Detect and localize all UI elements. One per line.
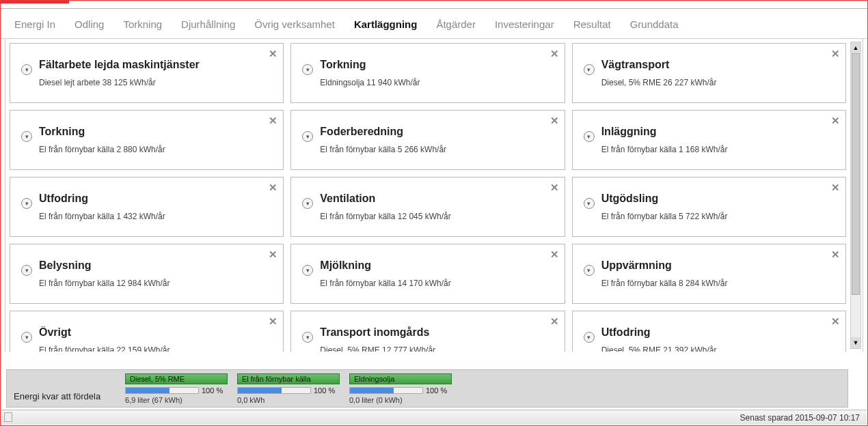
close-icon[interactable]: ✕ bbox=[269, 48, 277, 60]
card-title: Utgödsling bbox=[601, 193, 833, 205]
tab-energi-in[interactable]: Energi In bbox=[14, 18, 55, 30]
card-item: ✕▾TorkningEl från förnybar källa 2 880 k… bbox=[10, 110, 284, 170]
tab-bar: Energi InOdlingTorkningDjurhållningÖvrig… bbox=[1, 9, 867, 39]
status-bar: Senast sparad 2015-09-07 10:17 bbox=[1, 410, 867, 425]
close-icon[interactable]: ✕ bbox=[269, 248, 277, 261]
expand-icon[interactable]: ▾ bbox=[21, 332, 32, 343]
card-subtitle: El från förnybar källa 22 159 kWh/år bbox=[39, 345, 271, 352]
tab-torkning[interactable]: Torkning bbox=[123, 18, 162, 30]
card-subtitle: El från förnybar källa 12 984 kWh/år bbox=[39, 279, 271, 288]
energy-footer: Energi kvar att fördela Diesel, 5% RME10… bbox=[6, 369, 848, 408]
expand-icon[interactable]: ▾ bbox=[302, 198, 313, 209]
card-item: ✕▾VägtransportDiesel, 5% RME 26 227 kWh/… bbox=[572, 43, 846, 103]
card-subtitle: El från förnybar källa 5 266 kWh/år bbox=[320, 145, 552, 154]
energy-header: Diesel, 5% RME bbox=[125, 373, 228, 384]
tab-odling[interactable]: Odling bbox=[74, 18, 104, 30]
card-item: ✕▾ÖvrigtEl från förnybar källa 22 159 kW… bbox=[10, 311, 284, 352]
card-item: ✕▾BelysningEl från förnybar källa 12 984… bbox=[10, 244, 284, 304]
card-title: Fältarbete lejda maskintjänster bbox=[39, 59, 271, 71]
card-title: Transport inomgårds bbox=[320, 326, 552, 339]
last-saved-label: Senast sparad 2015-09-07 10:17 bbox=[740, 413, 860, 423]
card-grid: ✕▾Fältarbete lejda maskintjänsterDiesel … bbox=[10, 43, 846, 352]
scroll-track[interactable] bbox=[851, 53, 860, 337]
expand-icon[interactable]: ▾ bbox=[302, 64, 313, 75]
close-icon[interactable]: ✕ bbox=[831, 248, 840, 261]
window-top-strip bbox=[1, 1, 867, 9]
card-title: Utfodring bbox=[601, 326, 833, 339]
expand-icon[interactable]: ▾ bbox=[21, 64, 32, 75]
card-subtitle: Diesel lejt arbete 38 125 kWh/år bbox=[39, 78, 271, 87]
expand-icon[interactable]: ▾ bbox=[584, 265, 595, 276]
close-icon[interactable]: ✕ bbox=[269, 315, 277, 328]
energy-box: Eldningsolja100 %0,0 liter (0 kWh) bbox=[349, 373, 452, 404]
card-item: ✕▾MjölkningEl från förnybar källa 14 170… bbox=[290, 244, 565, 304]
energy-box: El från förnybar källa100 %0,0 kWh bbox=[237, 373, 340, 404]
expand-icon[interactable]: ▾ bbox=[21, 131, 32, 142]
energy-bar bbox=[349, 387, 423, 394]
card-item: ✕▾Fältarbete lejda maskintjänsterDiesel … bbox=[10, 43, 284, 103]
card-subtitle: Eldningsolja 11 940 kWh/år bbox=[320, 78, 552, 87]
card-item: ✕▾UtgödslingEl från förnybar källa 5 722… bbox=[572, 177, 846, 237]
card-item: ✕▾UppvärmningEl från förnybar källa 8 28… bbox=[572, 244, 846, 304]
close-icon[interactable]: ✕ bbox=[269, 115, 277, 127]
close-icon[interactable]: ✕ bbox=[550, 115, 559, 127]
card-subtitle: El från förnybar källa 5 722 kWh/år bbox=[601, 212, 833, 221]
expand-icon[interactable]: ▾ bbox=[584, 64, 595, 75]
energy-percent: 100 % bbox=[426, 386, 452, 395]
energy-value: 6,9 liter (67 kWh) bbox=[125, 396, 228, 404]
energy-bar bbox=[237, 387, 311, 394]
expand-icon[interactable]: ▾ bbox=[21, 265, 32, 276]
expand-icon[interactable]: ▾ bbox=[302, 332, 313, 343]
card-subtitle: Diesel, 5% RME 26 227 kWh/år bbox=[601, 78, 833, 87]
card-subtitle: El från förnybar källa 14 170 kWh/år bbox=[320, 279, 552, 288]
card-item: ✕▾UtfodringEl från förnybar källa 1 432 … bbox=[10, 177, 284, 237]
tab-åtgärder[interactable]: Åtgärder bbox=[436, 18, 476, 30]
close-icon[interactable]: ✕ bbox=[550, 315, 559, 328]
expand-icon[interactable]: ▾ bbox=[584, 131, 595, 142]
close-icon[interactable]: ✕ bbox=[831, 115, 840, 127]
tab-grunddata[interactable]: Grunddata bbox=[630, 18, 679, 30]
expand-icon[interactable]: ▾ bbox=[584, 332, 595, 343]
statusbar-grip-icon bbox=[4, 412, 12, 422]
vertical-scrollbar[interactable]: ▲ ▼ bbox=[850, 42, 861, 349]
energy-value: 0,0 kWh bbox=[237, 396, 340, 404]
tab-investeringar[interactable]: Investeringar bbox=[495, 18, 554, 30]
card-subtitle: El från förnybar källa 1 432 kWh/år bbox=[39, 212, 271, 221]
close-icon[interactable]: ✕ bbox=[269, 182, 277, 194]
card-item: ✕▾TorkningEldningsolja 11 940 kWh/år bbox=[290, 43, 565, 103]
card-subtitle: El från förnybar källa 1 168 kWh/år bbox=[601, 145, 833, 154]
card-title: Övrigt bbox=[39, 326, 271, 339]
close-icon[interactable]: ✕ bbox=[831, 48, 840, 60]
expand-icon[interactable]: ▾ bbox=[302, 265, 313, 276]
scroll-thumb[interactable] bbox=[852, 53, 860, 295]
expand-icon[interactable]: ▾ bbox=[302, 131, 313, 142]
card-item: ✕▾Transport inomgårdsDiesel, 5% RME 12 7… bbox=[290, 311, 565, 352]
close-icon[interactable]: ✕ bbox=[550, 48, 559, 60]
tab-resultat[interactable]: Resultat bbox=[573, 18, 611, 30]
tab-övrig-verksamhet[interactable]: Övrig verksamhet bbox=[254, 18, 335, 30]
expand-icon[interactable]: ▾ bbox=[584, 198, 595, 209]
card-title: Inläggning bbox=[601, 126, 833, 138]
scroll-down-icon[interactable]: ▼ bbox=[851, 337, 860, 348]
card-title: Belysning bbox=[39, 259, 271, 272]
close-icon[interactable]: ✕ bbox=[831, 182, 840, 194]
card-subtitle: Diesel, 5% RME 12 777 kWh/år bbox=[320, 345, 552, 352]
expand-icon[interactable]: ▾ bbox=[21, 198, 32, 209]
card-item: ✕▾UtfodringDiesel, 5% RME 21 392 kWh/år bbox=[572, 311, 846, 352]
card-item: ✕▾VentilationEl från förnybar källa 12 0… bbox=[290, 177, 565, 237]
tab-kartläggning[interactable]: Kartläggning bbox=[354, 18, 418, 30]
energy-header: El från förnybar källa bbox=[237, 373, 340, 384]
card-subtitle: Diesel, 5% RME 21 392 kWh/år bbox=[601, 345, 833, 352]
close-icon[interactable]: ✕ bbox=[831, 315, 840, 328]
close-icon[interactable]: ✕ bbox=[550, 248, 559, 261]
energy-value: 0,0 liter (0 kWh) bbox=[349, 396, 452, 404]
close-icon[interactable]: ✕ bbox=[550, 182, 559, 194]
scroll-up-icon[interactable]: ▲ bbox=[851, 42, 860, 53]
card-subtitle: El från förnybar källa 12 045 kWh/år bbox=[320, 212, 552, 221]
card-title: Torkning bbox=[320, 59, 552, 71]
content-area: ✕▾Fältarbete lejda maskintjänsterDiesel … bbox=[5, 39, 863, 352]
energy-percent: 100 % bbox=[314, 386, 340, 395]
tab-djurhållning[interactable]: Djurhållning bbox=[181, 18, 235, 30]
card-title: Mjölkning bbox=[320, 259, 552, 272]
energy-box: Diesel, 5% RME100 %6,9 liter (67 kWh) bbox=[125, 373, 228, 404]
